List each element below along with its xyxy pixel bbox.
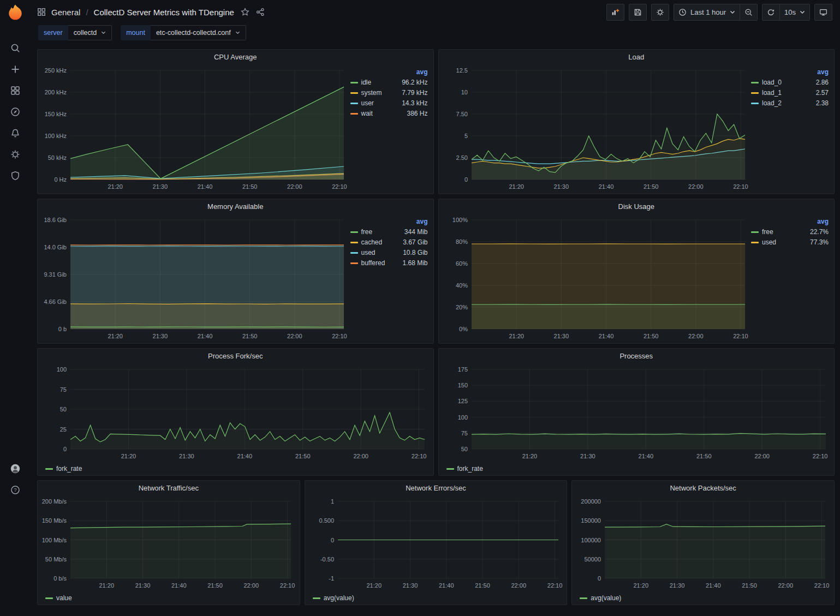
legend-item[interactable]: wait386 Hz: [350, 110, 428, 117]
dashboard-settings-button[interactable]: [651, 4, 669, 21]
legend-avg-header[interactable]: avg: [751, 218, 829, 225]
explore-compass-icon[interactable]: [4, 101, 26, 122]
legend-item[interactable]: used10.8 Gib: [350, 249, 428, 256]
legend-item[interactable]: fork_rate: [446, 465, 483, 473]
legend-item[interactable]: used77.3%: [751, 238, 829, 246]
legend-series-swatch[interactable]: [350, 113, 358, 115]
variable-server-picker[interactable]: collectd: [68, 25, 112, 40]
legend-item[interactable]: cached3.67 Gib: [350, 238, 428, 246]
legend-item[interactable]: fork_rate: [45, 465, 82, 473]
time-series-chart[interactable]: 0 Hz50 kHz100 kHz150 kHz200 kHz250 kHz21…: [39, 64, 349, 193]
legend-item[interactable]: free344 Mib: [350, 228, 428, 236]
chart-canvas[interactable]: 507510012515017521:2021:3021:4021:5022:0…: [440, 363, 831, 462]
chart-canvas[interactable]: 0 b/s50 Mb/s100 Mb/s150 Mb/s200 Mb/s21:2…: [39, 495, 296, 591]
variable-mount-picker[interactable]: etc-collectd-collectd.conf: [151, 25, 246, 40]
configuration-gear-icon[interactable]: [4, 143, 26, 165]
chart-canvas[interactable]: 0 Hz50 kHz100 kHz150 kHz200 kHz250 kHz21…: [39, 64, 349, 193]
legend-series-swatch[interactable]: [350, 231, 358, 233]
legend-avg-header[interactable]: avg: [350, 218, 428, 225]
panel-title[interactable]: Network Traffic/sec: [38, 481, 300, 495]
chart-canvas[interactable]: 05000010000015000020000021:2021:3021:402…: [573, 495, 831, 591]
legend-series-name[interactable]: buffered: [361, 259, 385, 267]
create-plus-icon[interactable]: [4, 58, 26, 80]
panel-title[interactable]: Disk Usage: [439, 199, 835, 213]
legend-series-swatch[interactable]: [350, 103, 358, 104]
legend-series-name[interactable]: wait: [361, 110, 373, 117]
search-icon[interactable]: [4, 37, 26, 58]
legend-series-name[interactable]: free: [762, 228, 773, 236]
breadcrumb-section[interactable]: General: [51, 8, 80, 17]
time-series-chart[interactable]: 0 b4.66 Gib9.31 Gib14.0 Gib18.6 Gib21:20…: [39, 213, 349, 342]
legend-series-swatch[interactable]: [580, 597, 587, 599]
legend-series-swatch[interactable]: [45, 468, 53, 470]
legend-item[interactable]: buffered1.68 Mib: [350, 259, 428, 267]
tv-mode-button[interactable]: [814, 4, 832, 21]
refresh-interval-picker[interactable]: 10s: [780, 4, 810, 21]
legend-series-name[interactable]: fork_rate: [457, 465, 483, 473]
chart-canvas[interactable]: -1-0.5000.500121:2021:3021:4021:5022:002…: [306, 495, 564, 591]
legend-item[interactable]: value: [45, 594, 72, 602]
legend-series-swatch[interactable]: [751, 103, 759, 104]
server-admin-shield-icon[interactable]: [4, 165, 26, 186]
time-series-chart[interactable]: 05000010000015000020000021:2021:3021:402…: [573, 495, 831, 591]
legend-item[interactable]: load_12.57: [751, 89, 829, 97]
legend-series-name[interactable]: free: [361, 228, 373, 236]
panel-title[interactable]: Load: [439, 50, 835, 64]
legend-item[interactable]: load_02.86: [751, 79, 829, 86]
chart-canvas[interactable]: 0%20%40%60%80%100%21:2021:3021:4021:5022…: [440, 213, 750, 342]
chart-canvas[interactable]: 0 b4.66 Gib9.31 Gib14.0 Gib18.6 Gib21:20…: [39, 213, 349, 342]
legend-series-swatch[interactable]: [350, 262, 358, 264]
time-series-chart[interactable]: -1-0.5000.500121:2021:3021:4021:5022:002…: [306, 495, 564, 591]
panel-title[interactable]: Process Fork/sec: [38, 349, 433, 363]
legend-series-name[interactable]: used: [361, 249, 376, 256]
legend-series-name[interactable]: fork_rate: [56, 465, 82, 473]
legend-item[interactable]: free22.7%: [751, 228, 829, 236]
share-icon[interactable]: [256, 8, 265, 16]
legend-avg-header[interactable]: avg: [350, 68, 428, 76]
legend-series-swatch[interactable]: [313, 597, 320, 599]
add-panel-button[interactable]: [606, 4, 624, 21]
legend-series-swatch[interactable]: [751, 82, 759, 83]
legend-series-name[interactable]: cached: [361, 238, 383, 246]
time-series-chart[interactable]: 0 b/s50 Mb/s100 Mb/s150 Mb/s200 Mb/s21:2…: [39, 495, 296, 591]
legend-series-swatch[interactable]: [350, 252, 358, 254]
help-icon[interactable]: ?: [4, 479, 26, 500]
apps-grid-icon[interactable]: [37, 8, 46, 16]
legend-series-swatch[interactable]: [446, 468, 454, 470]
legend-item[interactable]: load_22.38: [751, 99, 829, 107]
panel-title[interactable]: Memory Available: [38, 199, 433, 213]
time-range-picker[interactable]: Last 1 hour: [674, 4, 740, 21]
legend-series-name[interactable]: avg(value): [591, 594, 621, 602]
legend-series-name[interactable]: load_1: [762, 89, 782, 97]
legend-series-swatch[interactable]: [350, 92, 358, 94]
legend-series-name[interactable]: system: [361, 89, 382, 97]
panel-title[interactable]: Network Packets/sec: [572, 481, 834, 495]
legend-series-name[interactable]: used: [762, 238, 776, 246]
legend-series-swatch[interactable]: [45, 597, 53, 599]
legend-series-name[interactable]: avg(value): [324, 594, 354, 602]
legend-item[interactable]: idle96.2 kHz: [350, 79, 428, 86]
legend-item[interactable]: avg(value): [580, 594, 621, 602]
user-avatar-icon[interactable]: [4, 458, 26, 479]
panel-title[interactable]: Network Errors/sec: [305, 481, 567, 495]
legend-series-swatch[interactable]: [751, 231, 759, 233]
panel-title[interactable]: CPU Average: [38, 50, 433, 64]
grafana-logo[interactable]: [6, 3, 25, 22]
legend-series-swatch[interactable]: [350, 242, 358, 243]
legend-series-name[interactable]: idle: [361, 79, 372, 86]
legend-series-swatch[interactable]: [350, 82, 358, 83]
time-series-chart[interactable]: 0%20%40%60%80%100%21:2021:3021:4021:5022…: [440, 213, 750, 342]
legend-item[interactable]: system7.79 kHz: [350, 89, 428, 97]
refresh-button[interactable]: [762, 4, 780, 21]
legend-series-name[interactable]: user: [361, 99, 374, 107]
panel-title[interactable]: Processes: [439, 349, 835, 363]
save-dashboard-button[interactable]: [629, 4, 647, 21]
legend-series-name[interactable]: value: [56, 594, 72, 602]
time-series-chart[interactable]: 025507510021:2021:3021:4021:5022:0022:10: [39, 363, 430, 462]
legend-series-name[interactable]: load_2: [762, 99, 782, 107]
alerting-bell-icon[interactable]: [4, 122, 26, 143]
chart-canvas[interactable]: 025507510021:2021:3021:4021:5022:0022:10: [39, 363, 430, 462]
dashboards-icon[interactable]: [4, 80, 26, 101]
legend-series-swatch[interactable]: [751, 92, 759, 94]
time-series-chart[interactable]: 02.5057.501012.521:2021:3021:4021:5022:0…: [440, 64, 750, 193]
